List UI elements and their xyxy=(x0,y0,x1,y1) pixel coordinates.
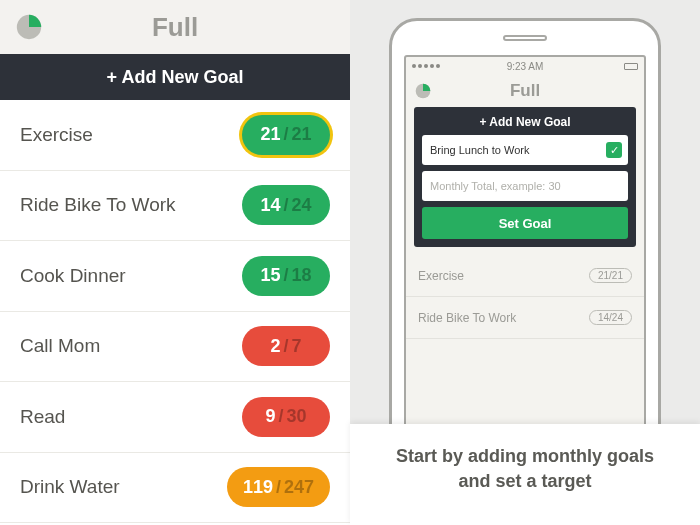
chart-icon[interactable] xyxy=(414,82,432,100)
progress-pill[interactable]: 9/30 xyxy=(242,397,330,437)
caption: Start by adding monthly goals and set a … xyxy=(350,424,700,525)
onboarding-panel: 9:23 AM Full + Add New Goal Bring Lunch … xyxy=(350,0,700,525)
new-goal-panel: + Add New Goal Bring Lunch to Work ✓ Mon… xyxy=(414,107,636,247)
app-header: Full xyxy=(0,0,350,54)
goal-label: Call Mom xyxy=(20,335,100,357)
progress-pill[interactable]: 119/247 xyxy=(227,467,330,507)
progress-pill[interactable]: 15/18 xyxy=(242,256,330,296)
goal-row[interactable]: Drink Water119/247 xyxy=(0,453,350,524)
progress-pill[interactable]: 14/24 xyxy=(242,185,330,225)
set-goal-button[interactable]: Set Goal xyxy=(422,207,628,239)
mini-goals-list: Exercise21/21Ride Bike To Work14/24 xyxy=(406,255,644,339)
status-time: 9:23 AM xyxy=(507,61,544,72)
mini-goal-row[interactable]: Exercise21/21 xyxy=(406,255,644,297)
progress-pill[interactable]: 2/7 xyxy=(242,326,330,366)
goal-row[interactable]: Cook Dinner15/18 xyxy=(0,241,350,312)
mini-title: Full xyxy=(510,81,540,101)
mini-progress-pill: 21/21 xyxy=(589,268,632,283)
goal-row[interactable]: Ride Bike To Work14/24 xyxy=(0,171,350,242)
goal-row[interactable]: Call Mom2/7 xyxy=(0,312,350,383)
add-new-goal-button[interactable]: + Add New Goal xyxy=(0,54,350,100)
speaker-icon xyxy=(503,35,547,41)
mini-progress-pill: 14/24 xyxy=(589,310,632,325)
status-bar: 9:23 AM xyxy=(406,57,644,75)
goal-label: Exercise xyxy=(20,124,93,146)
progress-pill[interactable]: 21/21 xyxy=(242,115,330,155)
goals-screen: Full + Add New Goal Exercise21/21Ride Bi… xyxy=(0,0,350,525)
mini-goal-row[interactable]: Ride Bike To Work14/24 xyxy=(406,297,644,339)
mini-header: Full xyxy=(406,75,644,107)
signal-icon xyxy=(412,64,440,68)
app-title: Full xyxy=(152,12,198,43)
check-icon: ✓ xyxy=(606,142,622,158)
goal-row[interactable]: Read9/30 xyxy=(0,382,350,453)
goal-label: Cook Dinner xyxy=(20,265,126,287)
goal-label: Read xyxy=(20,406,65,428)
goal-label: Ride Bike To Work xyxy=(20,194,176,216)
chart-icon[interactable] xyxy=(14,12,44,42)
goals-list: Exercise21/21Ride Bike To Work14/24Cook … xyxy=(0,100,350,525)
goal-row[interactable]: Exercise21/21 xyxy=(0,100,350,171)
goal-label: Drink Water xyxy=(20,476,120,498)
battery-icon xyxy=(624,63,638,70)
panel-title: + Add New Goal xyxy=(422,115,628,129)
goal-total-input[interactable]: Monthly Total, example: 30 xyxy=(422,171,628,201)
phone-screen: 9:23 AM Full + Add New Goal Bring Lunch … xyxy=(404,55,646,455)
goal-name-input[interactable]: Bring Lunch to Work ✓ xyxy=(422,135,628,165)
phone-mock: 9:23 AM Full + Add New Goal Bring Lunch … xyxy=(389,18,661,458)
